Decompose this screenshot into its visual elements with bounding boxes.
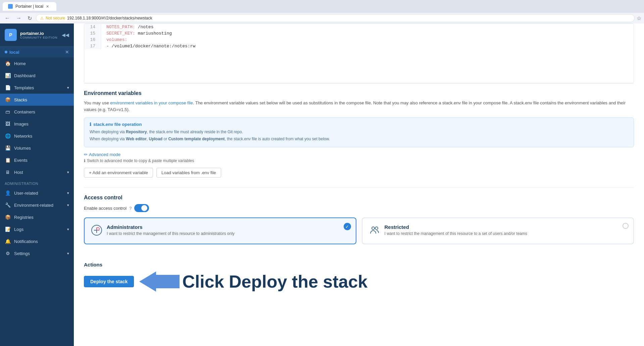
sidebar-item-images[interactable]: 🖼 Images (0, 118, 74, 130)
logo-text: portainer.io (20, 31, 57, 36)
admin-section-label: Administration (0, 178, 74, 187)
environment-related-chevron-icon: ▾ (67, 203, 69, 207)
sidebar-item-containers-label: Containers (14, 109, 35, 114)
registries-icon: 📦 (5, 214, 11, 220)
access-control-toggle-label: Enable access control (84, 206, 127, 211)
env-compose-link[interactable]: environment variables in your compose fi… (110, 100, 193, 105)
sidebar-item-volumes-label: Volumes (14, 146, 31, 151)
hint-icon: ℹ (84, 158, 86, 163)
access-control-title: Access control (84, 195, 634, 201)
notifications-icon: 🔔 (5, 239, 11, 244)
advanced-mode-link[interactable]: ✏ Advanced mode (84, 152, 120, 157)
sidebar-item-logs-label: Logs (14, 227, 23, 232)
settings-icon: ⚙ (5, 251, 11, 256)
sidebar-item-home[interactable]: 🏠 Home (0, 57, 74, 69)
stacks-icon: 📦 (5, 97, 11, 102)
sidebar-item-logs[interactable]: 📝 Logs ▾ (0, 223, 74, 235)
sidebar-collapse-btn[interactable]: ◀◀ (62, 32, 69, 38)
sidebar-item-templates[interactable]: 📄 Templates ▾ (0, 82, 74, 94)
line-num-15: 15 (84, 30, 101, 37)
add-env-variable-btn[interactable]: + Add an environment variable (84, 168, 153, 178)
sidebar-item-networks[interactable]: 🌐 Networks (0, 130, 74, 142)
sidebar-env-close-btn[interactable]: ✕ (65, 49, 69, 55)
sidebar-item-host[interactable]: 🖥 Host ▾ (0, 166, 74, 178)
info-icon: ℹ (90, 122, 91, 127)
svg-point-3 (97, 228, 99, 230)
tab-title: Portainer | local (15, 4, 43, 9)
sidebar-item-registries[interactable]: 📦 Registries (0, 211, 74, 223)
url-text: 192.168.1.18:9000/#!/2/docker/stacks/new… (67, 16, 630, 20)
sidebar-item-user-related[interactable]: 👤 User-related ▾ (0, 187, 74, 199)
sidebar-item-volumes[interactable]: 💾 Volumes (0, 142, 74, 154)
line-num-14: 14 (84, 24, 101, 30)
sidebar-env[interactable]: local ✕ (0, 47, 74, 57)
arrow-annotation (139, 271, 180, 292)
svg-point-4 (372, 227, 375, 230)
reload-button[interactable]: ↻ (26, 14, 34, 22)
administrators-card-title: Administrators (107, 224, 235, 230)
browser-nav: ← → ↻ ⚠ Not secure 192.168.1.18:9000/#!/… (0, 13, 644, 23)
app-layout: P portainer.io COMMUNITY EDITION ◀◀ loca… (0, 23, 644, 346)
access-control-toggle[interactable] (134, 204, 149, 212)
env-info-box: ℹ stack.env file operation When deployin… (84, 117, 634, 147)
user-related-chevron-icon: ▾ (67, 191, 69, 195)
restricted-card-desc: I want to restrict the management of thi… (385, 231, 528, 236)
sidebar-item-settings[interactable]: ⚙ Settings ▾ (0, 247, 74, 259)
info-box-title: ℹ stack.env file operation (90, 122, 628, 127)
sidebar-item-dashboard[interactable]: 📊 Dashboard (0, 69, 74, 82)
browser-chrome: Portainer | local ✕ (0, 0, 644, 13)
home-icon: 🏠 (5, 61, 11, 66)
click-deploy-label: Click Deploy the stack (182, 271, 367, 292)
containers-icon: 🗃 (5, 109, 11, 114)
administrators-card-content: Administrators I want to restrict the ma… (107, 224, 235, 236)
browser-tab-active[interactable]: Portainer | local ✕ (3, 2, 56, 11)
sidebar-item-stacks-label: Stacks (14, 97, 27, 102)
sidebar-item-notifications-label: Notifications (14, 239, 38, 244)
deploy-row: Deploy the stack Click Deploy the stack (84, 271, 634, 292)
restricted-icon (369, 225, 380, 238)
code-editor-empty[interactable] (84, 49, 634, 83)
sidebar-logo: P portainer.io COMMUNITY EDITION ◀◀ (0, 23, 74, 47)
address-bar[interactable]: ⚠ Not secure 192.168.1.18:9000/#!/2/dock… (36, 14, 635, 22)
info-custom-bold: Custom template deployment (168, 137, 225, 141)
sidebar-item-stacks[interactable]: 📦 Stacks (0, 94, 74, 106)
actions-title: Actions (84, 262, 634, 267)
tab-close-btn[interactable]: ✕ (46, 4, 49, 9)
access-card-restricted[interactable]: Restricted I want to restrict the manage… (362, 217, 634, 244)
environment-related-icon: 🔧 (5, 202, 11, 208)
load-env-file-btn[interactable]: Load variables from .env file (156, 168, 221, 178)
logs-chevron-icon: ▾ (67, 227, 69, 232)
logo-sub: COMMUNITY EDITION (20, 36, 57, 39)
info-line-1: When deploying via Repository, the stack… (90, 129, 628, 135)
code-key-volumes: volumes: (106, 37, 127, 42)
user-related-icon: 👤 (5, 190, 11, 196)
forward-button[interactable]: → (14, 14, 23, 22)
access-control-toggle-row: Enable access control ? (84, 204, 634, 212)
administrators-checkmark: ✓ (344, 223, 351, 230)
svg-point-5 (375, 227, 378, 230)
env-status-dot (5, 51, 7, 53)
access-card-administrators[interactable]: Administrators I want to restrict the ma… (84, 217, 356, 244)
browser-tabs: Portainer | local ✕ (3, 2, 56, 11)
sidebar-item-events[interactable]: 📋 Events (0, 154, 74, 166)
code-editor[interactable]: 14 NOTES_PATH: /notes 15 SECRET_KEY: mar… (84, 23, 634, 83)
volumes-icon: 💾 (5, 145, 11, 151)
sidebar-item-user-related-label: User-related (14, 191, 38, 196)
sidebar-item-events-label: Events (14, 158, 28, 163)
bookmark-button[interactable]: ☆ (637, 15, 641, 21)
tab-favicon (8, 4, 13, 9)
sidebar-item-environment-related[interactable]: 🔧 Environment-related ▾ (0, 199, 74, 211)
access-cards: Administrators I want to restrict the ma… (84, 217, 634, 244)
security-label: Not secure (46, 16, 65, 20)
info-repository-bold: Repository (126, 130, 147, 134)
sidebar-item-notifications[interactable]: 🔔 Notifications (0, 235, 74, 247)
sidebar-item-containers[interactable]: 🗃 Containers (0, 106, 74, 118)
env-buttons-row: + Add an environment variable Load varia… (84, 168, 634, 178)
edit-icon: ✏ (84, 152, 88, 157)
back-button[interactable]: ← (3, 14, 12, 22)
templates-chevron-icon: ▾ (67, 86, 69, 90)
restricted-radio[interactable] (623, 223, 629, 229)
code-key-notes: NOTES_PATH: (106, 24, 135, 30)
deploy-stack-button[interactable]: Deploy the stack (84, 276, 134, 287)
sidebar-item-networks-label: Networks (14, 134, 32, 139)
